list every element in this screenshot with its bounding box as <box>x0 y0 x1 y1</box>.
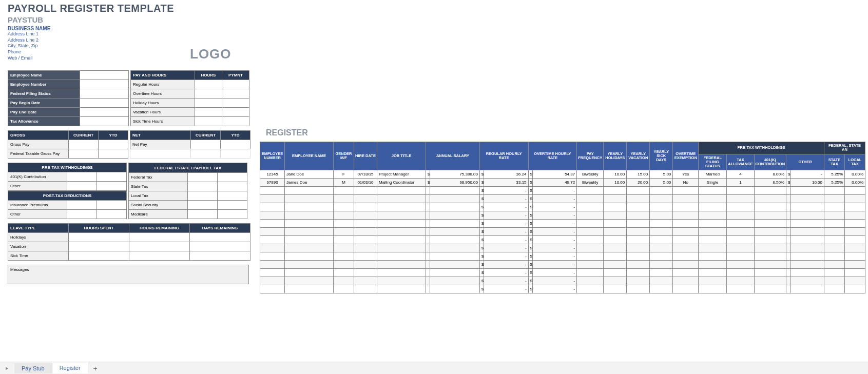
table-cell[interactable] <box>604 252 627 261</box>
messages-box[interactable]: Messages <box>8 265 249 284</box>
table-cell[interactable] <box>790 211 824 220</box>
table-cell[interactable] <box>790 252 824 261</box>
table-cell[interactable] <box>260 220 285 228</box>
table-cell[interactable] <box>727 252 754 261</box>
table-cell[interactable] <box>426 195 430 203</box>
table-cell[interactable] <box>577 236 604 244</box>
tab-prev-icon[interactable]: ▸ <box>0 365 14 371</box>
table-cell[interactable] <box>824 236 845 244</box>
table-cell[interactable] <box>650 211 673 220</box>
table-cell[interactable] <box>650 269 673 277</box>
table-cell[interactable]: - <box>533 187 577 195</box>
table-cell[interactable] <box>845 220 865 228</box>
table-cell[interactable] <box>786 244 790 252</box>
table-cell[interactable] <box>285 220 334 228</box>
table-cell[interactable] <box>334 211 354 220</box>
table-cell[interactable]: 54.37 <box>533 170 577 179</box>
table-cell[interactable] <box>650 195 673 203</box>
table-cell[interactable]: 5.00 <box>650 179 673 187</box>
table-cell[interactable] <box>260 228 285 236</box>
table-cell[interactable] <box>377 269 426 277</box>
table-cell[interactable] <box>845 285 865 293</box>
table-cell[interactable] <box>824 277 845 285</box>
table-cell[interactable] <box>845 203 865 211</box>
table-cell[interactable]: - <box>484 285 528 293</box>
table-cell[interactable] <box>627 203 650 211</box>
table-cell[interactable]: No <box>673 179 699 187</box>
table-cell[interactable]: $ <box>479 195 484 203</box>
table-cell[interactable] <box>754 261 786 269</box>
table-cell[interactable] <box>650 285 673 293</box>
table-cell[interactable] <box>426 269 430 277</box>
table-cell[interactable] <box>650 203 673 211</box>
table-cell[interactable] <box>650 252 673 261</box>
table-cell[interactable]: $ <box>479 236 484 244</box>
table-cell[interactable] <box>377 277 426 285</box>
table-cell[interactable] <box>754 203 786 211</box>
table-cell[interactable] <box>377 252 426 261</box>
table-cell[interactable]: 6.50% <box>754 179 786 187</box>
table-cell[interactable] <box>673 187 699 195</box>
table-cell[interactable] <box>754 228 786 236</box>
table-cell[interactable] <box>285 269 334 277</box>
table-cell[interactable] <box>604 261 627 269</box>
table-cell[interactable] <box>426 261 430 269</box>
table-cell[interactable] <box>727 261 754 269</box>
table-cell[interactable] <box>354 277 377 285</box>
table-cell[interactable] <box>426 285 430 293</box>
table-cell[interactable] <box>673 211 699 220</box>
table-cell[interactable] <box>699 236 727 244</box>
table-cell[interactable]: 01/03/10 <box>354 179 377 187</box>
table-cell[interactable]: Biweekly <box>577 179 604 187</box>
table-cell[interactable] <box>577 220 604 228</box>
table-cell[interactable] <box>699 228 727 236</box>
table-cell[interactable] <box>577 252 604 261</box>
table-cell[interactable] <box>426 252 430 261</box>
table-cell[interactable] <box>426 187 430 195</box>
table-cell[interactable]: Biweekly <box>577 170 604 179</box>
table-cell[interactable]: $ <box>528 179 532 187</box>
table-cell[interactable] <box>430 244 480 252</box>
table-cell[interactable] <box>285 195 334 203</box>
table-cell[interactable] <box>824 261 845 269</box>
table-cell[interactable] <box>699 244 727 252</box>
table-cell[interactable] <box>650 228 673 236</box>
table-cell[interactable] <box>354 244 377 252</box>
table-cell[interactable] <box>790 228 824 236</box>
table-cell[interactable] <box>627 261 650 269</box>
table-cell[interactable] <box>577 195 604 203</box>
table-cell[interactable] <box>699 277 727 285</box>
table-cell[interactable] <box>354 211 377 220</box>
table-cell[interactable] <box>727 187 754 195</box>
table-cell[interactable]: 07/18/15 <box>354 170 377 179</box>
table-cell[interactable] <box>673 269 699 277</box>
table-cell[interactable] <box>426 228 430 236</box>
table-cell[interactable]: 68,950.00 <box>430 179 480 187</box>
table-cell[interactable] <box>845 277 865 285</box>
table-cell[interactable]: 10.00 <box>604 170 627 179</box>
table-cell[interactable]: 0.00% <box>845 170 865 179</box>
table-cell[interactable] <box>845 228 865 236</box>
table-cell[interactable] <box>790 236 824 244</box>
table-cell[interactable] <box>627 252 650 261</box>
table-cell[interactable] <box>377 203 426 211</box>
table-cell[interactable] <box>260 261 285 269</box>
table-cell[interactable] <box>260 277 285 285</box>
table-cell[interactable] <box>260 211 285 220</box>
table-cell[interactable]: M <box>334 179 354 187</box>
table-cell[interactable] <box>790 187 824 195</box>
table-cell[interactable] <box>334 220 354 228</box>
table-cell[interactable] <box>354 187 377 195</box>
filing-status-value[interactable] <box>80 89 129 99</box>
table-cell[interactable] <box>577 228 604 236</box>
table-cell[interactable]: - <box>484 220 528 228</box>
table-cell[interactable]: - <box>484 269 528 277</box>
table-cell[interactable]: 12345 <box>260 170 285 179</box>
table-cell[interactable]: $ <box>479 244 484 252</box>
table-cell[interactable] <box>577 203 604 211</box>
table-cell[interactable] <box>285 236 334 244</box>
table-cell[interactable] <box>604 285 627 293</box>
table-cell[interactable] <box>845 187 865 195</box>
table-cell[interactable] <box>786 261 790 269</box>
table-cell[interactable]: 4 <box>727 170 754 179</box>
